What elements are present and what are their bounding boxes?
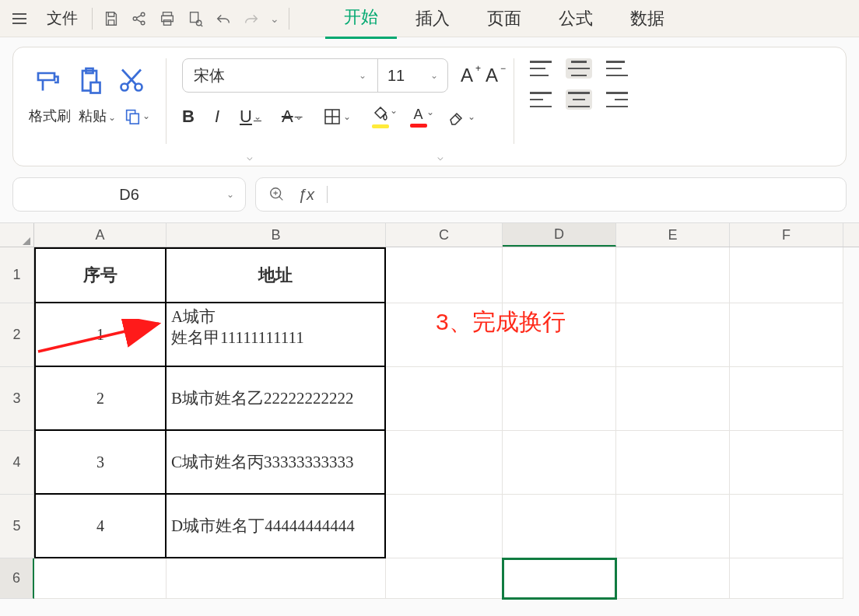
hamburger-menu-icon[interactable] <box>12 9 31 28</box>
row-header[interactable]: 6 <box>0 558 34 599</box>
cell-C5[interactable] <box>386 495 503 558</box>
font-size-select[interactable]: 11⌄ <box>377 59 447 92</box>
cell-F3[interactable] <box>730 367 843 431</box>
format-painter-icon[interactable] <box>33 66 61 94</box>
separator <box>514 58 514 144</box>
tab-page[interactable]: 页面 <box>468 0 540 38</box>
name-box[interactable]: D6⌄ <box>12 177 246 212</box>
cell-E6[interactable] <box>616 558 730 599</box>
cell-E3[interactable] <box>616 367 730 431</box>
col-header-E[interactable]: E <box>616 223 730 247</box>
file-menu[interactable]: 文件 <box>37 8 87 29</box>
cell-A6[interactable] <box>34 558 167 599</box>
col-header-F[interactable]: F <box>730 223 843 247</box>
cell-A2[interactable]: 1 <box>34 303 167 367</box>
divider <box>289 8 289 30</box>
align-center-icon[interactable] <box>566 89 592 110</box>
cell-B4[interactable]: C城市姓名丙33333333333 <box>167 431 386 495</box>
cell-C2[interactable] <box>386 303 503 367</box>
cell-F2[interactable] <box>730 303 843 367</box>
cell-C3[interactable] <box>386 367 503 431</box>
svg-point-7 <box>196 20 201 25</box>
underline-button[interactable]: U⌄ <box>240 107 261 127</box>
cell-A5[interactable]: 4 <box>34 495 167 558</box>
cell-B3[interactable]: B城市姓名乙22222222222 <box>167 367 386 431</box>
fx-label: ƒx <box>298 186 314 204</box>
col-header-C[interactable]: C <box>386 223 503 247</box>
row-header[interactable]: 2 <box>0 303 34 367</box>
cell-D4[interactable] <box>503 431 616 495</box>
borders-button[interactable]: ⌄ <box>323 107 351 126</box>
cell-E2[interactable] <box>616 303 730 367</box>
cell-B5[interactable]: D城市姓名丁44444444444 <box>167 495 386 558</box>
paste-label[interactable]: 粘贴⌄ <box>79 107 116 125</box>
tab-data[interactable]: 数据 <box>612 0 683 38</box>
tab-formula[interactable]: 公式 <box>540 0 612 38</box>
select-all-corner[interactable] <box>0 223 34 247</box>
align-middle-icon[interactable] <box>566 58 592 79</box>
cell-A3[interactable]: 2 <box>34 367 167 431</box>
cell-F5[interactable] <box>730 495 843 558</box>
svg-rect-10 <box>91 82 100 93</box>
undo-icon[interactable] <box>209 5 237 33</box>
divider <box>92 8 93 30</box>
cell-B6[interactable] <box>167 558 386 599</box>
row-header[interactable]: 5 <box>0 495 34 558</box>
increase-font-icon[interactable]: A+ <box>461 65 473 86</box>
dropdown-chevron-icon[interactable]: ⌄ <box>265 12 284 25</box>
cell-E1[interactable] <box>616 247 730 303</box>
search-in-formula-icon[interactable] <box>268 186 286 203</box>
print-icon[interactable] <box>153 5 181 33</box>
svg-point-1 <box>141 12 145 16</box>
cell-E4[interactable] <box>616 431 730 495</box>
strikethrough-button[interactable]: A⌄ <box>282 107 303 127</box>
cell-D3[interactable] <box>503 367 616 431</box>
cell-A1[interactable]: 序号 <box>34 247 167 303</box>
save-icon[interactable] <box>97 5 125 33</box>
align-right-icon[interactable] <box>606 92 628 107</box>
cell-C6[interactable] <box>386 558 503 599</box>
cell-D6[interactable] <box>503 558 616 599</box>
cell-B2[interactable]: A城市 姓名甲11111111111 <box>167 303 386 367</box>
formula-bar[interactable]: ƒx <box>255 177 847 212</box>
share-icon[interactable] <box>125 5 153 33</box>
fill-color-button[interactable]: ⌄ <box>371 105 390 128</box>
col-header-B[interactable]: B <box>167 223 386 247</box>
cut-icon[interactable] <box>117 66 146 94</box>
italic-button[interactable]: I <box>215 107 219 127</box>
cell-D1[interactable] <box>503 247 616 303</box>
svg-point-2 <box>141 21 145 25</box>
format-painter-label[interactable]: 格式刷 <box>29 107 71 125</box>
align-top-icon[interactable] <box>530 61 552 76</box>
row-header[interactable]: 4 <box>0 431 34 495</box>
bold-button[interactable]: B <box>182 107 195 127</box>
redo-icon[interactable] <box>237 5 265 33</box>
cell-D5[interactable] <box>503 495 616 558</box>
align-left-icon[interactable] <box>530 92 552 107</box>
cell-C1[interactable] <box>386 247 503 303</box>
row-header[interactable]: 3 <box>0 367 34 431</box>
col-header-D[interactable]: D <box>503 223 616 247</box>
cell-C4[interactable] <box>386 431 503 495</box>
print-preview-icon[interactable] <box>181 5 209 33</box>
font-color-button[interactable]: A⌄ <box>410 107 427 128</box>
svg-point-0 <box>133 16 137 20</box>
cell-A4[interactable]: 3 <box>34 431 167 495</box>
cell-B1[interactable]: 地址 <box>167 247 386 303</box>
eraser-button[interactable]: ⌄ <box>447 107 475 126</box>
row-header[interactable]: 1 <box>0 247 34 303</box>
cell-F4[interactable] <box>730 431 843 495</box>
tab-insert[interactable]: 插入 <box>397 0 468 38</box>
cell-D2[interactable] <box>503 303 616 367</box>
paste-icon[interactable] <box>75 66 103 94</box>
cell-F1[interactable] <box>730 247 843 303</box>
svg-rect-14 <box>130 114 138 124</box>
cell-F6[interactable] <box>730 558 843 599</box>
copy-dropdown[interactable]: ⌄ <box>124 107 150 124</box>
decrease-font-icon[interactable]: A− <box>486 65 498 86</box>
align-bottom-icon[interactable] <box>606 61 628 76</box>
col-header-A[interactable]: A <box>34 223 167 247</box>
font-name-select[interactable]: 宋体⌄ <box>183 59 377 92</box>
tab-start[interactable]: 开始 <box>325 0 397 39</box>
cell-E5[interactable] <box>616 495 730 558</box>
